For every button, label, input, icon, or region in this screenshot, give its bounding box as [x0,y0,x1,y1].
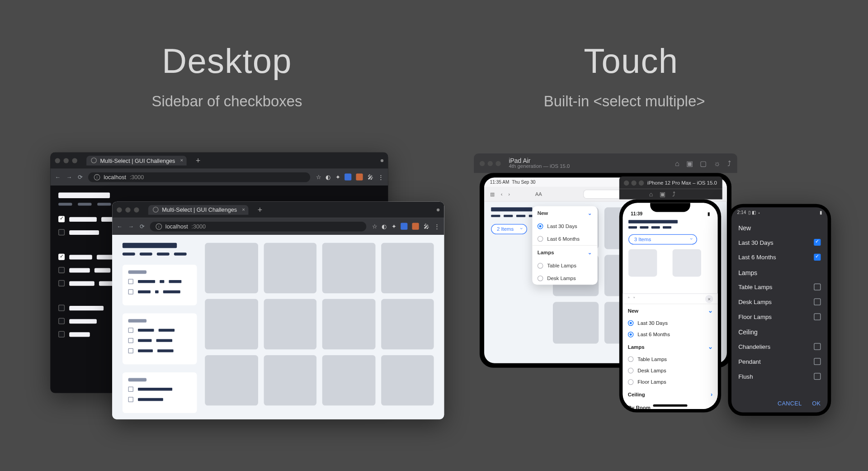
result-tile[interactable] [322,299,375,350]
checkbox-icon[interactable] [128,338,133,343]
share-icon[interactable]: ⤴ [672,191,676,198]
dialog-option[interactable]: Pendant [731,354,828,369]
kebab-menu-icon[interactable]: ⋮ [434,223,440,229]
extension-blue-icon[interactable] [344,174,351,181]
kebab-menu-icon[interactable]: ⋮ [378,174,384,180]
window-menu-icon[interactable] [437,208,439,211]
checkbox-icon[interactable] [58,318,65,324]
filter-chip[interactable]: 2 Items [491,224,527,234]
traffic-light-max-icon[interactable] [72,158,77,163]
popover-option[interactable]: Table Lamps [532,259,597,272]
checkbox-icon[interactable] [128,397,133,402]
radio-icon[interactable] [628,368,634,374]
checkbox-icon[interactable] [128,289,133,294]
checkbox-icon[interactable] [58,331,65,338]
result-tile[interactable] [264,299,316,350]
filter-option[interactable] [128,338,191,343]
bookmark-star-icon[interactable]: ☆ [372,223,377,229]
result-tile[interactable] [381,299,434,350]
traffic-light-close-icon[interactable] [480,161,485,166]
close-tab-icon[interactable]: × [180,157,183,163]
back-icon[interactable]: ← [55,174,61,180]
traffic-light-close-icon[interactable] [624,180,629,185]
traffic-light-min-icon[interactable] [631,180,636,185]
prev-icon[interactable]: ˄ [627,296,630,302]
sheet-group-header[interactable]: Ceiling› [623,388,717,401]
checkbox-icon[interactable] [814,373,821,380]
forward-icon[interactable]: › [508,191,510,197]
extension-orange-icon[interactable] [356,174,363,181]
extension-puzzle-icon[interactable]: ✦ [335,174,340,180]
result-tile[interactable] [205,355,258,406]
half-moon-icon[interactable]: ◐ [326,174,330,180]
ok-button[interactable]: OK [812,400,821,407]
dialog-option[interactable]: Floor Lamps [731,309,828,324]
address-field[interactable]: i localhost:3000 [88,172,310,182]
result-tile[interactable] [205,299,258,350]
popover-group-header[interactable]: Lamps ⌄ [532,246,597,259]
traffic-light-close-icon[interactable] [117,207,122,212]
checkbox-icon[interactable] [58,280,65,286]
cancel-button[interactable]: CANCEL [778,400,802,407]
bookmark-star-icon[interactable]: ☆ [316,174,321,180]
checkbox-icon[interactable] [58,305,65,311]
traffic-light-min-icon[interactable] [125,207,130,212]
close-tab-icon[interactable]: × [242,206,245,212]
traffic-light-min-icon[interactable] [488,161,493,166]
checkbox-icon[interactable] [814,284,821,290]
sheet-option[interactable]: Last 6 Months [623,329,717,340]
result-tile[interactable] [381,355,434,406]
dialog-option[interactable]: Last 6 Months [731,250,828,265]
checkbox-checked-icon[interactable] [814,239,821,246]
popover-option[interactable]: Last 6 Months [532,233,597,245]
radio-icon[interactable] [538,236,543,242]
result-tile[interactable] [264,243,316,294]
result-tile[interactable] [205,243,258,294]
radio-icon[interactable] [628,379,634,385]
checkbox-icon[interactable] [58,229,65,235]
filter-chip[interactable]: 3 Items [628,234,697,245]
dialog-option[interactable]: Table Lamps [731,280,828,295]
filter-option[interactable] [128,397,191,402]
brightness-icon[interactable]: ☼ [714,159,721,167]
radio-icon[interactable] [538,276,543,281]
result-tile[interactable] [264,355,316,406]
forward-icon[interactable]: → [66,174,72,180]
site-info-icon[interactable]: i [156,223,162,229]
home-icon[interactable]: ⌂ [649,191,653,198]
dialog-option[interactable]: Desk Lamps [731,295,828,309]
radio-icon[interactable] [628,356,634,362]
radio-selected-icon[interactable] [628,320,634,326]
extension-blue-icon[interactable] [401,223,407,229]
reload-icon[interactable]: ⟳ [140,223,144,229]
rotate-icon[interactable]: ▢ [700,159,707,167]
popover-option[interactable]: Desk Lamps [532,272,597,285]
checkbox-icon[interactable] [128,387,133,392]
result-tile[interactable] [381,243,434,294]
traffic-light-max-icon[interactable] [495,161,500,166]
home-indicator[interactable] [653,404,688,407]
popover-group-header[interactable]: New ⌄ [532,206,597,220]
checkbox-checked-icon[interactable] [58,216,65,222]
back-icon[interactable]: ← [117,223,123,229]
filter-option[interactable] [128,289,191,294]
reload-icon[interactable]: ⟳ [78,174,82,180]
radio-icon[interactable] [538,263,543,269]
select-popover[interactable]: New ⌄ Last 30 Days Last 6 Months Lamps ⌄… [532,206,597,285]
checkbox-icon[interactable] [814,343,821,350]
result-tile[interactable] [553,302,599,344]
filter-option[interactable] [128,279,191,284]
select-sheet[interactable]: ˄ ˅ × New⌄ Last 30 Days Last 6 Months La… [623,293,717,409]
traffic-light-close-icon[interactable] [55,158,60,163]
screenshot-icon[interactable]: ▣ [686,159,693,167]
radio-selected-icon[interactable] [628,332,634,338]
checkbox-icon[interactable] [128,328,133,333]
text-size-icon[interactable]: AA [535,191,542,197]
sheet-option[interactable]: Table Lamps [623,353,717,365]
checkbox-icon[interactable] [128,348,133,353]
site-info-icon[interactable]: i [94,174,100,180]
android-select-dialog[interactable]: New Last 30 Days Last 6 Months Lamps Tab… [731,218,828,386]
dialog-option[interactable]: Flush [731,369,828,384]
traffic-light-max-icon[interactable] [639,180,644,185]
popover-option[interactable]: Last 30 Days [532,220,597,233]
